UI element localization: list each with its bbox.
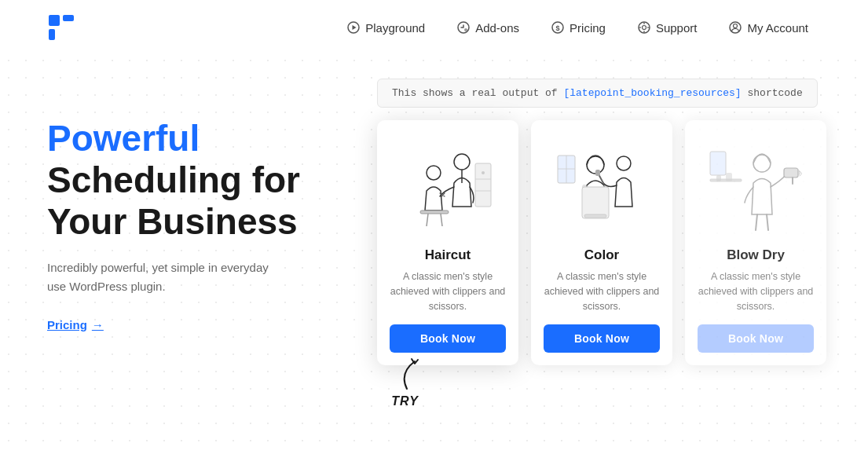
svg-point-30: [617, 156, 631, 170]
arrow-curve-icon: [383, 357, 427, 393]
svg-line-21: [427, 214, 428, 226]
blowdry-title: Blow Dry: [727, 247, 785, 263]
main-nav: Playground Add-ons $ Pricing: [334, 14, 821, 41]
color-book-button[interactable]: Book Now: [544, 324, 660, 353]
svg-text:$: $: [556, 24, 560, 32]
svg-rect-29: [584, 214, 606, 218]
nav-item-support[interactable]: Support: [624, 14, 710, 41]
puzzle-icon: [456, 20, 471, 35]
dollar-icon: $: [551, 20, 565, 35]
pricing-link[interactable]: Pricing →: [47, 318, 104, 331]
blowdry-book-button[interactable]: Book Now: [698, 324, 814, 353]
svg-point-19: [427, 166, 441, 180]
svg-rect-32: [595, 170, 600, 176]
hero-section: Powerful Scheduling for Your Business In…: [47, 71, 346, 365]
logo[interactable]: [47, 13, 75, 42]
svg-rect-0: [49, 15, 60, 26]
svg-rect-42: [726, 173, 732, 181]
nav-item-playground[interactable]: Playground: [334, 14, 438, 41]
svg-marker-4: [353, 25, 357, 30]
svg-rect-37: [784, 168, 798, 178]
service-card-haircut: Haircut A classic men's style achieved w…: [377, 120, 518, 365]
svg-point-17: [454, 154, 470, 170]
cards-wrapper: TRY: [377, 120, 826, 365]
blowdry-desc: A classic men's style achieved with clip…: [698, 269, 814, 313]
svg-point-6: [464, 28, 467, 31]
haircut-book-button[interactable]: Book Now: [390, 324, 506, 353]
svg-point-16: [734, 24, 738, 28]
svg-rect-23: [475, 163, 491, 207]
svg-rect-39: [710, 152, 726, 175]
haircut-illustration: [397, 136, 499, 238]
color-desc: A classic men's style achieved with clip…: [544, 269, 660, 313]
nav-item-pricing[interactable]: $ Pricing: [538, 14, 618, 41]
svg-point-26: [482, 171, 485, 174]
hero-title: Powerful Scheduling for Your Business: [47, 118, 346, 243]
svg-point-10: [642, 26, 646, 30]
blowdry-illustration: [705, 136, 807, 238]
play-icon: [346, 20, 361, 35]
svg-line-22: [441, 214, 442, 226]
shortcode-banner: This shows a real output of [latepoint_b…: [377, 79, 818, 108]
nav-item-my-account[interactable]: My Account: [716, 14, 821, 41]
main-content: Powerful Scheduling for Your Business In…: [0, 55, 868, 365]
haircut-title: Haircut: [425, 247, 471, 263]
svg-rect-41: [716, 175, 721, 181]
service-card-color: Color A classic men's style achieved wit…: [531, 120, 672, 365]
color-illustration: [551, 136, 653, 238]
header: Playground Add-ons $ Pricing: [0, 0, 868, 55]
color-title: Color: [584, 247, 619, 263]
try-label: TRY: [391, 394, 419, 408]
right-section: This shows a real output of [latepoint_b…: [377, 71, 826, 365]
haircut-desc: A classic men's style achieved with clip…: [390, 269, 506, 313]
svg-rect-20: [420, 211, 449, 214]
user-icon: [728, 20, 742, 35]
svg-rect-28: [582, 187, 609, 218]
svg-line-44: [767, 214, 768, 230]
nav-item-addons[interactable]: Add-ons: [444, 14, 532, 41]
svg-line-43: [756, 214, 757, 230]
try-arrow: TRY: [383, 357, 427, 408]
svg-rect-2: [49, 29, 55, 40]
svg-rect-1: [63, 15, 74, 21]
service-card-blowdry: Blow Dry A classic men's style achieved …: [685, 120, 826, 365]
gear-icon: [637, 20, 651, 35]
hero-description: Incredibly powerful, yet simple in every…: [47, 258, 283, 296]
